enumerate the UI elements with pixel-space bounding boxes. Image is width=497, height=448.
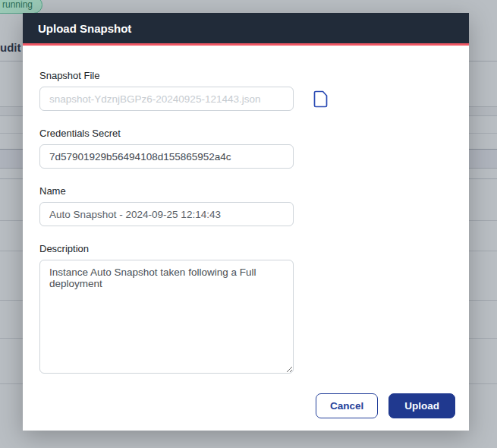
modal-header: Upload Snapshot xyxy=(23,13,469,43)
snapshot-file-group: Snapshot File xyxy=(39,70,452,111)
name-group: Name xyxy=(39,185,452,226)
snapshot-file-input[interactable] xyxy=(39,87,294,111)
snapshot-file-row xyxy=(39,87,452,111)
credentials-secret-input[interactable] xyxy=(39,144,294,169)
credentials-secret-label: Credentials Secret xyxy=(39,128,452,139)
modal-body: Snapshot File Credentials Secret Name xyxy=(23,46,469,393)
upload-button[interactable]: Upload xyxy=(388,393,455,418)
cancel-button[interactable]: Cancel xyxy=(316,393,378,418)
description-textarea[interactable]: Instance Auto Snapshot taken following a… xyxy=(39,260,294,374)
description-label: Description xyxy=(39,243,452,254)
name-input[interactable] xyxy=(39,202,294,226)
modal-title: Upload Snapshot xyxy=(38,22,131,35)
file-icon xyxy=(313,90,328,108)
choose-file-button[interactable] xyxy=(313,90,328,108)
modal-footer: Cancel Upload xyxy=(23,393,469,434)
upload-snapshot-modal: Upload Snapshot Snapshot File Credential… xyxy=(23,13,469,431)
description-group: Description Instance Auto Snapshot taken… xyxy=(39,243,452,377)
name-label: Name xyxy=(39,185,452,197)
snapshot-file-label: Snapshot File xyxy=(39,70,452,81)
credentials-secret-group: Credentials Secret xyxy=(39,128,452,169)
status-badge: running xyxy=(0,0,42,14)
